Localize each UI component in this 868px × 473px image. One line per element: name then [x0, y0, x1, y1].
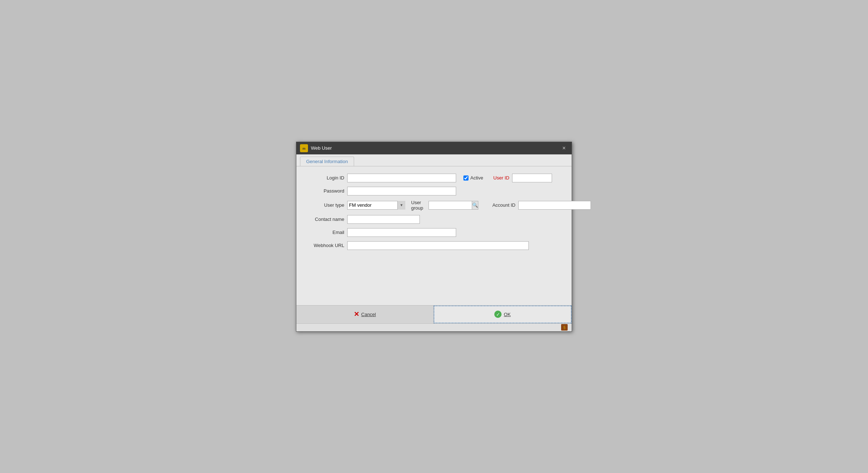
active-checkbox[interactable]	[463, 175, 469, 181]
dialog-window: m Web User × General Information Login I…	[296, 142, 572, 332]
ok-check-icon: ✓	[494, 311, 502, 318]
user-group-wrapper: User group 🔍	[411, 200, 478, 211]
active-checkbox-group: Active	[463, 175, 483, 181]
user-type-dropdown: FM vendor Admin Standard ▼	[347, 201, 405, 210]
login-id-input[interactable]	[347, 174, 456, 182]
row-contact-name: Contact name	[307, 215, 561, 224]
form-area: Login ID Active User ID Password User ty…	[296, 166, 572, 262]
webhook-url-label: Webhook URL	[307, 243, 347, 248]
password-label: Password	[307, 188, 347, 194]
user-group-search-button[interactable]: 🔍	[472, 201, 478, 210]
cancel-label: Cancel	[361, 312, 376, 317]
status-right: §	[557, 324, 572, 331]
row-webhook-url: Webhook URL	[307, 241, 561, 250]
cancel-button[interactable]: ✕ Cancel	[296, 306, 434, 323]
button-bar: ✕ Cancel ✓ OK	[296, 305, 572, 323]
user-type-label: User type	[307, 202, 347, 208]
title-bar-left: m Web User	[300, 144, 332, 152]
tab-bar: General Information	[296, 154, 572, 166]
contact-name-label: Contact name	[307, 217, 347, 222]
user-type-select[interactable]: FM vendor Admin Standard	[347, 201, 405, 210]
password-input[interactable]	[347, 187, 456, 195]
row-user-type: User type FM vendor Admin Standard ▼ Use…	[307, 200, 561, 211]
status-icon: §	[561, 324, 568, 331]
row-login-id: Login ID Active User ID	[307, 174, 561, 182]
user-id-input[interactable]	[512, 174, 552, 182]
app-icon: m	[300, 144, 308, 152]
user-group-input[interactable]	[429, 201, 472, 210]
window-title: Web User	[311, 145, 332, 151]
webhook-url-input[interactable]	[347, 241, 529, 250]
account-id-group: Account ID	[489, 201, 591, 210]
login-id-label: Login ID	[307, 175, 347, 181]
user-id-group: User ID	[490, 174, 552, 182]
ok-label: OK	[504, 312, 511, 317]
row-email: Email	[307, 228, 561, 237]
email-input[interactable]	[347, 228, 456, 237]
active-label: Active	[470, 175, 483, 181]
cancel-x-icon: ✕	[354, 310, 359, 318]
email-label: Email	[307, 230, 347, 235]
close-button[interactable]: ×	[560, 144, 568, 152]
account-id-label: Account ID	[489, 202, 518, 208]
title-bar: m Web User ×	[296, 142, 572, 154]
ok-button[interactable]: ✓ OK	[434, 306, 572, 323]
contact-name-input[interactable]	[347, 215, 420, 224]
user-group-label: User group	[411, 200, 426, 211]
dialog-body: General Information Login ID Active User…	[296, 154, 572, 331]
search-icon: 🔍	[472, 202, 478, 208]
tab-general-information[interactable]: General Information	[300, 157, 354, 166]
svg-text:m: m	[303, 147, 305, 150]
status-bar: §	[296, 323, 572, 331]
user-id-label: User ID	[490, 175, 512, 181]
spacer	[296, 262, 572, 305]
account-id-input[interactable]	[518, 201, 591, 210]
row-password: Password	[307, 187, 561, 195]
